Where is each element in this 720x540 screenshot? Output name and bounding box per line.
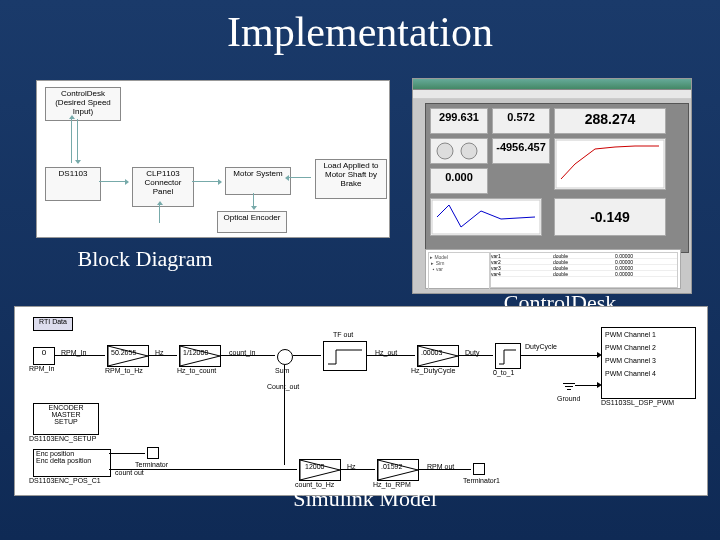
arrow-icon (597, 352, 605, 358)
cd-display-1: 299.631 (430, 108, 488, 134)
wire (55, 355, 105, 356)
wire (575, 385, 599, 386)
sum-block (277, 349, 293, 365)
simulink-caption: Simulink Model (280, 486, 450, 512)
cd-display-5: -4956.457 (492, 138, 550, 164)
cd-tree: ▸ Model ▸ Sim ▪ var (428, 252, 490, 290)
simulink-panel: RTI Data 0 RPM_In RPM_In 50.2655 RPM_to_… (14, 306, 708, 496)
terminator-icon (147, 447, 159, 459)
svg-point-0 (437, 143, 453, 159)
label: DS1103ENC_POS_C1 (29, 477, 101, 484)
wire (149, 355, 177, 356)
slide-title: Implementation (0, 0, 720, 62)
label: TF out (333, 331, 353, 338)
bd-load: Load Applied to Motor Shaft by Brake (315, 159, 387, 199)
cd-toolbar (413, 90, 691, 99)
pwm-block: PWM Channel 1 PWM Channel 2 PWM Channel … (601, 327, 696, 399)
block-diagram-caption: Block Diagram (70, 246, 220, 272)
bd-motor: Motor System (225, 167, 291, 195)
label: count out (115, 469, 144, 476)
wire (367, 355, 415, 356)
label: Hz_DutyCycle (411, 367, 455, 374)
bd-connector: CLP1103 Connector Panel (132, 167, 194, 207)
label: 12000 (305, 463, 324, 470)
block-diagram-panel: ControlDesk (Desired Speed Input) DS1103… (36, 80, 390, 238)
cd-knob (430, 138, 488, 164)
label: Ground (557, 395, 580, 402)
label: DutyCycle (525, 343, 557, 350)
cd-display-2: 0.572 (492, 108, 550, 134)
cd-titlebar (413, 79, 691, 90)
const-block: 0 (33, 347, 55, 365)
tf-block (323, 341, 367, 371)
arrow-icon (253, 193, 254, 209)
label: Sum (275, 367, 289, 374)
cd-display-6: -0.149 (554, 198, 666, 236)
arrow-icon (159, 205, 160, 223)
wire (221, 355, 275, 356)
label: Hz_to_count (177, 367, 216, 374)
label: Terminator (135, 461, 168, 468)
wire (521, 355, 599, 356)
cd-lower-pane: ▸ Model ▸ Sim ▪ var var1double0.00000 va… (425, 249, 681, 289)
arrow-icon (597, 382, 605, 388)
wire (109, 469, 297, 470)
label: 0_to_1 (493, 369, 514, 376)
wire (341, 469, 375, 470)
wire (293, 355, 321, 356)
cd-plot-1 (554, 138, 666, 190)
cd-table: var1double0.00000 var2double0.00000 var3… (490, 252, 678, 288)
label: 1/12000 (183, 349, 208, 356)
label: .01592 (381, 463, 402, 470)
terminator-icon (473, 463, 485, 475)
cd-display-4: 0.000 (430, 168, 488, 194)
label: Terminator1 (463, 477, 500, 484)
cd-plot-2 (430, 198, 542, 236)
bd-ds1103: DS1103 (45, 167, 101, 201)
enc-pos-block: Enc position Enc delta position (33, 449, 111, 477)
arrow-icon (192, 181, 221, 182)
label: DS1103ENC_SETUP (29, 435, 96, 442)
saturate-block (495, 343, 521, 369)
wire (109, 453, 145, 454)
arrow-icon (71, 119, 72, 163)
arrow-icon (289, 177, 311, 178)
label: RPM_to_Hz (105, 367, 143, 374)
wire (284, 365, 285, 465)
wire (419, 469, 471, 470)
cd-main-area: 299.631 0.572 288.274 -4956.457 0.000 -0… (425, 103, 689, 253)
cd-display-3: 288.274 (554, 108, 666, 134)
label: .00003 (421, 349, 442, 356)
ground-icon (563, 381, 575, 391)
wire (459, 355, 493, 356)
enc-setup-block: ENCODER MASTER SETUP (33, 403, 99, 435)
label: 50.2655 (111, 349, 136, 356)
controldesk-panel: 299.631 0.572 288.274 -4956.457 0.000 -0… (412, 78, 692, 294)
bd-controldesk: ControlDesk (Desired Speed Input) (45, 87, 121, 121)
rti-badge: RTI Data (33, 317, 73, 331)
bd-encoder: Optical Encoder (217, 211, 287, 233)
label: DS1103SL_DSP_PWM (601, 399, 674, 406)
label: RPM_In (29, 365, 54, 372)
svg-point-1 (461, 143, 477, 159)
arrow-icon (77, 119, 78, 163)
arrow-icon (99, 181, 128, 182)
